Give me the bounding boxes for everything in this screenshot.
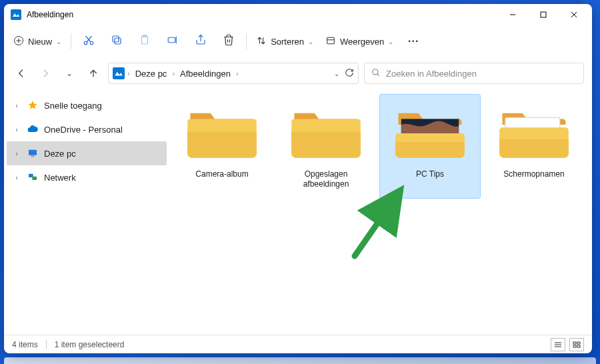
share-button[interactable] [187, 29, 214, 53]
refresh-button[interactable] [345, 68, 354, 79]
folder-item[interactable]: PC Tips [380, 95, 480, 198]
thumbnail-view-toggle[interactable] [569, 338, 584, 351]
svg-line-34 [355, 195, 397, 256]
svg-rect-28 [31, 155, 34, 156]
folder-item[interactable]: Opgeslagen afbeeldingen [276, 95, 376, 198]
forward-button[interactable] [36, 64, 55, 83]
svg-rect-21 [327, 37, 335, 43]
chevron-right-icon[interactable]: › [12, 101, 21, 109]
more-icon: ··· [408, 35, 419, 47]
paste-icon [139, 34, 151, 49]
chevron-right-icon: › [127, 69, 130, 77]
sidebar-item-onedrive[interactable]: › OneDrive - Personal [7, 117, 167, 141]
chevron-right-icon[interactable]: › [12, 125, 21, 133]
svg-rect-41 [577, 345, 580, 347]
search-input[interactable] [386, 69, 577, 79]
view-label: Weergeven [340, 37, 384, 47]
svg-line-10 [87, 36, 92, 42]
folder-icon [186, 104, 258, 163]
more-button[interactable]: ··· [400, 29, 427, 53]
cloud-icon [27, 123, 39, 135]
svg-rect-2 [541, 12, 546, 17]
titlebar: Afbeeldingen [4, 4, 592, 25]
share-icon [195, 34, 207, 49]
sort-icon [256, 35, 267, 48]
chevron-down-icon[interactable]: ⌄ [334, 70, 339, 77]
app-icon [11, 9, 21, 20]
back-button[interactable] [12, 64, 31, 83]
breadcrumb-segment[interactable]: Afbeeldingen [177, 67, 233, 80]
sidebar-item-label: Netwerk [44, 173, 76, 183]
sidebar: › Snelle toegang › OneDrive - Personal ›… [4, 89, 169, 335]
separator [46, 340, 47, 349]
chevron-right-icon: › [172, 69, 175, 77]
sort-button[interactable]: Sorteren ⌄ [251, 29, 319, 53]
details-view-toggle[interactable] [551, 338, 565, 351]
minimize-button[interactable] [497, 4, 528, 25]
chevron-right-icon[interactable]: › [12, 149, 21, 157]
sort-label: Sorteren [271, 37, 304, 47]
up-button[interactable] [84, 64, 103, 83]
status-bar: 4 items 1 item geselecteerd [4, 335, 592, 353]
breadcrumb[interactable]: › Deze pc › Afbeeldingen › ⌄ [108, 63, 359, 84]
rename-button[interactable] [159, 29, 186, 53]
folder-item[interactable]: Camera-album [172, 95, 272, 198]
item-label: Schermopnamen [502, 169, 565, 179]
new-button[interactable]: Nieuw ⌄ [8, 29, 67, 53]
search-box[interactable] [364, 63, 584, 84]
item-count: 4 items [12, 340, 38, 349]
maximize-button[interactable] [528, 4, 559, 25]
breadcrumb-segment[interactable]: Deze pc [133, 67, 170, 80]
svg-rect-38 [573, 342, 576, 344]
new-label: Nieuw [28, 37, 52, 47]
svg-rect-39 [577, 342, 580, 344]
separator [246, 33, 247, 49]
chevron-down-icon: ⌄ [56, 38, 61, 45]
folder-icon [394, 104, 466, 163]
chevron-down-icon: ⌄ [388, 38, 393, 45]
chevron-down-icon: ⌄ [308, 38, 313, 45]
svg-rect-40 [573, 345, 576, 347]
address-bar: ⌄ › Deze pc › Afbeeldingen › ⌄ [4, 57, 592, 89]
svg-rect-29 [31, 157, 35, 157]
monitor-icon [27, 147, 39, 159]
svg-rect-0 [11, 9, 21, 20]
sidebar-item-this-pc[interactable]: › Deze pc [7, 141, 167, 165]
cut-button[interactable] [75, 29, 102, 53]
explorer-window: Afbeeldingen Nieuw ⌄ [4, 4, 592, 353]
svg-line-11 [86, 36, 91, 42]
svg-rect-16 [168, 37, 175, 43]
close-button[interactable] [559, 4, 589, 25]
chevron-right-icon[interactable]: › [12, 173, 21, 181]
svg-rect-13 [113, 36, 119, 42]
window-title: Afbeeldingen [27, 10, 497, 19]
recent-dropdown[interactable]: ⌄ [60, 64, 79, 83]
sidebar-item-quick-access[interactable]: › Snelle toegang [7, 93, 167, 117]
view-button[interactable]: Weergeven ⌄ [320, 29, 399, 53]
item-label: PC Tips [415, 169, 445, 179]
sidebar-item-label: OneDrive - Personal [44, 125, 123, 135]
plus-icon [13, 35, 24, 48]
view-icon [325, 35, 336, 48]
chevron-right-icon: › [236, 69, 239, 77]
svg-rect-31 [32, 177, 37, 180]
paste-button[interactable] [131, 29, 158, 53]
folder-icon [498, 104, 570, 163]
sidebar-item-label: Snelle toegang [44, 101, 102, 111]
delete-button[interactable] [215, 29, 242, 53]
rename-icon [167, 34, 179, 49]
folder-item[interactable]: Schermopnamen [484, 95, 584, 198]
copy-button[interactable] [103, 29, 130, 53]
delete-icon [223, 34, 235, 49]
svg-rect-12 [115, 38, 121, 44]
svg-point-25 [373, 69, 378, 74]
item-label: Opgeslagen afbeeldingen [279, 169, 373, 189]
selection-count: 1 item geselecteerd [55, 340, 125, 349]
item-label: Camera-album [194, 169, 249, 179]
content-area[interactable]: Camera-album Opgeslagen afbeeldingen [169, 89, 592, 335]
svg-rect-27 [29, 150, 37, 155]
svg-line-26 [377, 73, 379, 75]
sidebar-item-network[interactable]: › Netwerk [7, 165, 167, 189]
toolbar: Nieuw ⌄ Sorteren ⌄ Weergeve [4, 25, 592, 57]
cut-icon [83, 34, 95, 49]
